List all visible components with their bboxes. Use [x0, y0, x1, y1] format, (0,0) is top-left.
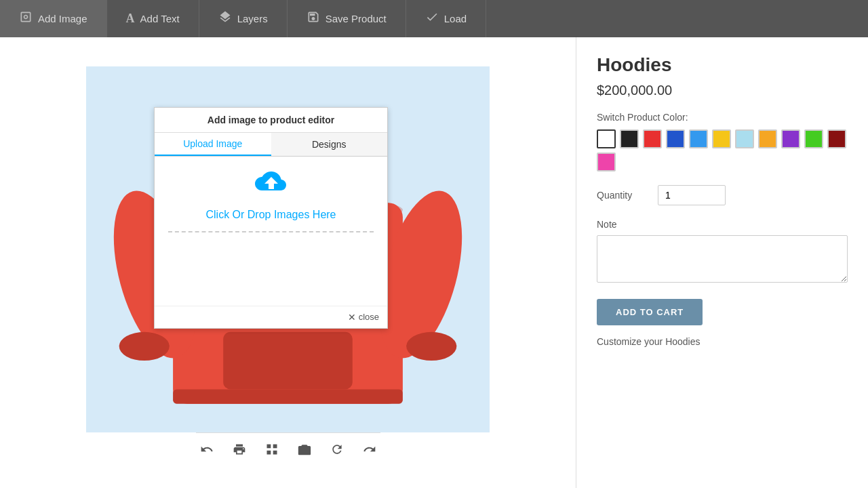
- tab-designs[interactable]: Designs: [271, 133, 388, 156]
- right-panel: Hoodies $200,000.00 Switch Product Color…: [576, 37, 868, 488]
- text-icon: A: [126, 12, 135, 26]
- svg-rect-9: [173, 389, 403, 403]
- modal-body: Click Or Drop Images Here: [155, 157, 387, 306]
- refresh-button[interactable]: [326, 439, 348, 460]
- color-label: Switch Product Color:: [597, 112, 848, 123]
- undo-button[interactable]: [196, 439, 218, 460]
- cloud-upload-icon: [168, 170, 374, 201]
- color-swatches: [597, 129, 848, 171]
- main-toolbar: Add Image A Add Text Layers Save Product…: [0, 0, 868, 37]
- quantity-row: Quantity: [597, 185, 848, 205]
- color-swatch-light-blue[interactable]: [735, 129, 754, 148]
- modal-footer: ✕ close: [155, 306, 387, 328]
- modal-title: Add image to product editor: [155, 108, 387, 133]
- bottom-toolbar: [196, 432, 380, 466]
- svg-point-5: [406, 331, 456, 360]
- quantity-label: Quantity: [597, 190, 644, 201]
- camera-button[interactable]: [294, 439, 315, 460]
- camera-icon: [19, 10, 33, 27]
- note-textarea[interactable]: [597, 235, 848, 283]
- note-label: Note: [597, 219, 848, 230]
- color-swatch-dark-blue[interactable]: [666, 129, 685, 148]
- toolbar-add-image[interactable]: Add Image: [0, 0, 107, 37]
- product-title: Hoodies: [597, 54, 848, 76]
- close-x-icon: ✕: [348, 312, 356, 323]
- color-swatch-orange[interactable]: [758, 129, 777, 148]
- color-swatch-purple[interactable]: [781, 129, 800, 148]
- grid-button[interactable]: [261, 439, 283, 460]
- toolbar-add-text[interactable]: A Add Text: [107, 0, 199, 37]
- editor-area: Add image to product editor Upload Image…: [0, 37, 576, 488]
- product-canvas: Add image to product editor Upload Image…: [86, 66, 490, 432]
- color-swatch-white[interactable]: [597, 129, 616, 148]
- load-label: Load: [444, 13, 467, 24]
- upload-prompt[interactable]: Click Or Drop Images Here: [168, 209, 374, 221]
- toolbar-load[interactable]: Load: [406, 0, 486, 37]
- add-to-cart-button[interactable]: ADD TO CART: [597, 299, 703, 325]
- modal-divider: [168, 231, 374, 232]
- quantity-input[interactable]: [658, 185, 726, 205]
- add-image-label: Add Image: [38, 13, 87, 24]
- color-swatch-green[interactable]: [804, 129, 823, 148]
- save-product-label: Save Product: [326, 13, 387, 24]
- close-label: close: [359, 312, 379, 322]
- svg-point-3: [119, 331, 170, 360]
- add-text-label: Add Text: [140, 13, 180, 24]
- svg-rect-8: [223, 331, 353, 389]
- load-icon: [425, 10, 439, 27]
- main-content: Add image to product editor Upload Image…: [0, 37, 868, 488]
- save-icon: [307, 10, 320, 27]
- color-swatch-red[interactable]: [643, 129, 662, 148]
- product-price: $200,000.00: [597, 83, 848, 98]
- color-swatch-pink[interactable]: [597, 152, 616, 171]
- toolbar-layers[interactable]: Layers: [199, 0, 288, 37]
- color-swatch-dark-red[interactable]: [827, 129, 846, 148]
- upload-modal: Add image to product editor Upload Image…: [154, 107, 388, 329]
- toolbar-save-product[interactable]: Save Product: [288, 0, 406, 37]
- redo-button[interactable]: [359, 439, 380, 460]
- customize-text: Customize your Hoodies: [597, 336, 848, 347]
- color-swatch-black[interactable]: [620, 129, 639, 148]
- layers-icon: [218, 10, 232, 27]
- print-button[interactable]: [229, 439, 250, 460]
- color-swatch-blue[interactable]: [689, 129, 708, 148]
- modal-tabs: Upload Image Designs: [155, 133, 387, 157]
- color-swatch-yellow[interactable]: [712, 129, 731, 148]
- layers-label: Layers: [237, 13, 268, 24]
- tab-upload-image[interactable]: Upload Image: [155, 133, 271, 156]
- modal-close-button[interactable]: ✕ close: [348, 312, 379, 323]
